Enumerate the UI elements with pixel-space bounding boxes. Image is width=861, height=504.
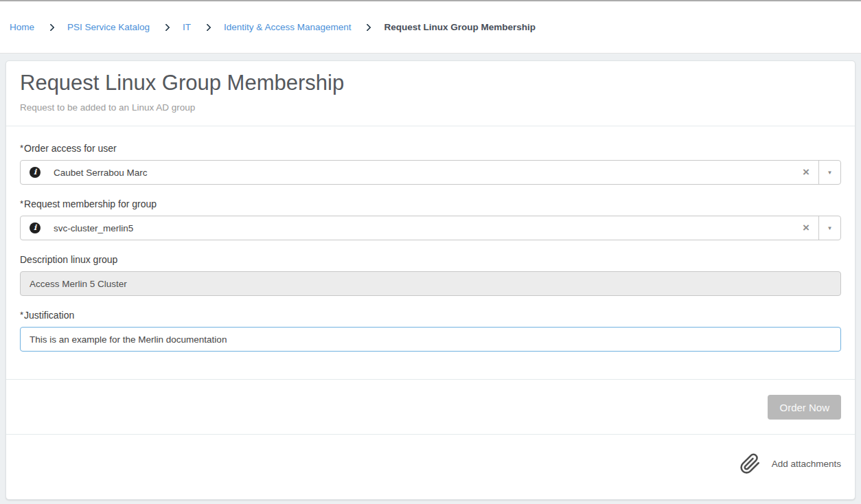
field-label-text: Order access for user — [24, 143, 117, 154]
breadcrumb-current-page: Request Linux Group Membership — [384, 22, 536, 32]
clear-icon[interactable]: × — [794, 216, 818, 240]
group-select-value: svc-cluster_merlin5 — [54, 223, 794, 233]
field-order-access-for-user: *Order access for user i Caubet Serrabou… — [20, 143, 841, 185]
info-icon[interactable]: i — [30, 167, 41, 178]
required-asterisk: * — [20, 143, 23, 153]
field-description-linux-group: Description linux group — [20, 254, 841, 296]
user-select[interactable]: i Caubet Serrabou Marc × ▼ — [20, 160, 841, 185]
paperclip-icon[interactable] — [739, 453, 761, 474]
order-now-button[interactable]: Order Now — [768, 395, 841, 420]
chevron-right-icon — [364, 23, 371, 31]
user-select-value: Caubet Serrabou Marc — [54, 168, 794, 178]
info-icon[interactable]: i — [30, 222, 41, 233]
add-attachments-link[interactable]: Add attachments — [772, 459, 841, 469]
field-label: *Request membership for group — [20, 198, 841, 209]
chevron-right-icon — [162, 23, 170, 31]
dropdown-caret-icon[interactable]: ▼ — [818, 216, 840, 240]
chevron-right-icon — [47, 23, 54, 31]
breadcrumb-link-identity-access-management[interactable]: Identity & Access Management — [224, 22, 351, 32]
field-justification: *Justification — [20, 310, 841, 352]
chevron-right-icon — [203, 23, 211, 31]
field-label: Description linux group — [20, 254, 841, 265]
field-request-membership-for-group: *Request membership for group i svc-clus… — [20, 198, 841, 240]
breadcrumb-link-it[interactable]: IT — [183, 22, 191, 32]
dropdown-caret-icon[interactable]: ▼ — [818, 161, 840, 184]
breadcrumb: Home PSI Service Katalog IT Identity & A… — [0, 1, 861, 54]
order-actions-section: Order Now — [6, 379, 855, 434]
attachments-section: Add attachments — [6, 434, 855, 499]
catalog-item-card: Request Linux Group Membership Request t… — [5, 60, 856, 500]
field-label: *Order access for user — [20, 143, 841, 154]
description-linux-group-input — [20, 271, 841, 296]
required-asterisk: * — [20, 198, 23, 209]
page-title: Request Linux Group Membership — [20, 71, 841, 95]
required-asterisk: * — [20, 310, 23, 320]
field-label: *Justification — [20, 310, 841, 321]
field-label-text: Justification — [24, 310, 74, 321]
clear-icon[interactable]: × — [794, 161, 818, 184]
breadcrumb-link-home[interactable]: Home — [10, 22, 34, 32]
request-form: *Order access for user i Caubet Serrabou… — [6, 126, 855, 379]
field-label-text: Request membership for group — [24, 198, 157, 209]
justification-input[interactable] — [20, 327, 841, 352]
card-header: Request Linux Group Membership Request t… — [6, 61, 855, 126]
group-select[interactable]: i svc-cluster_merlin5 × ▼ — [20, 216, 841, 240]
breadcrumb-link-psi-service-katalog[interactable]: PSI Service Katalog — [67, 22, 150, 32]
field-label-text: Description linux group — [20, 254, 117, 265]
page-subtitle: Request to be added to an Linux AD group — [20, 102, 841, 113]
